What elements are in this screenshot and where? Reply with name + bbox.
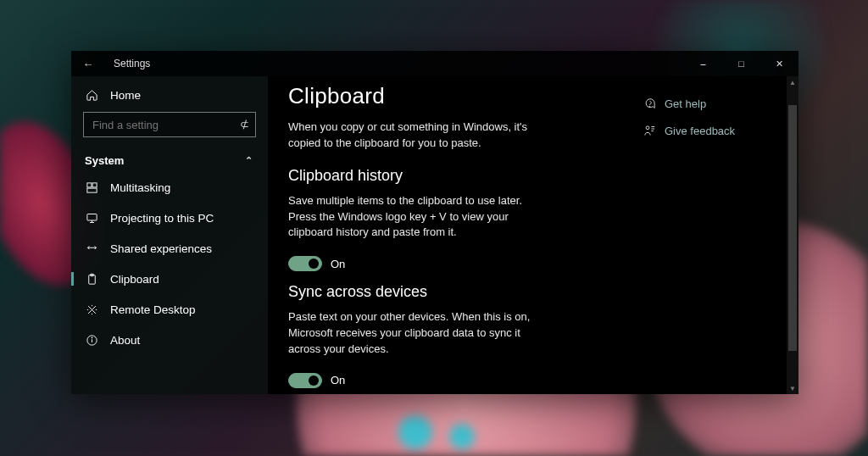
aside-get-help[interactable]: Get help <box>637 93 788 120</box>
svg-point-7 <box>92 336 92 337</box>
svg-rect-3 <box>86 214 96 220</box>
svg-rect-1 <box>92 182 97 186</box>
content-area: Clipboard When you copy or cut something… <box>268 76 798 394</box>
scrollbar-vertical[interactable]: ▲ ▼ <box>787 76 798 394</box>
app-title: Settings <box>114 58 150 70</box>
sidebar: Home ⊄ System ⌃ MultitaskingProjecting t… <box>71 76 268 394</box>
sidebar-item-label: Clipboard <box>110 273 159 286</box>
svg-point-9 <box>646 125 649 129</box>
close-icon: ✕ <box>776 58 783 70</box>
project-icon <box>85 211 98 225</box>
maximize-button[interactable]: □ <box>722 51 760 76</box>
sidebar-item-about[interactable]: About <box>71 325 268 355</box>
sidebar-item-multitask[interactable]: Multitasking <box>71 172 268 203</box>
toggle-sync-devices[interactable] <box>288 373 322 388</box>
sidebar-item-clipboard[interactable]: Clipboard <box>71 264 268 294</box>
page-title: Clipboard <box>288 83 617 109</box>
svg-point-8 <box>649 106 650 107</box>
main-pane: Clipboard When you copy or cut something… <box>268 76 637 394</box>
multitask-icon <box>85 181 98 194</box>
search-input[interactable] <box>83 112 256 137</box>
remote-icon <box>85 303 98 316</box>
arrow-left-icon: ← <box>83 58 94 70</box>
aside-pane: Get help Give feedback <box>637 76 798 394</box>
sidebar-item-label: Multitasking <box>110 181 170 194</box>
aside-label: Get help <box>665 97 706 110</box>
sidebar-item-label: Projecting to this PC <box>110 212 214 225</box>
sidebar-item-project[interactable]: Projecting to this PC <box>71 203 268 233</box>
close-button[interactable]: ✕ <box>760 51 798 76</box>
section-desc-history: Save multiple items to the clipboard to … <box>288 193 551 242</box>
clipboard-icon <box>85 272 98 286</box>
minimize-button[interactable]: ‒ <box>684 51 722 76</box>
sidebar-item-label: About <box>110 334 140 347</box>
toggle-clipboard-history[interactable] <box>288 256 322 271</box>
aside-give-feedback[interactable]: Give feedback <box>637 120 788 147</box>
sidebar-item-label: Shared experiences <box>110 242 212 255</box>
svg-rect-2 <box>86 188 96 192</box>
section-heading-sync: Sync across devices <box>288 283 617 301</box>
minimize-icon: ‒ <box>700 58 706 70</box>
back-button[interactable]: ← <box>75 51 102 76</box>
chevron-up-icon: ⌃ <box>245 155 253 166</box>
sidebar-section-label: System <box>85 154 124 167</box>
section-desc-sync: Paste text on your other devices. When t… <box>288 309 551 358</box>
about-icon <box>85 333 98 347</box>
page-intro: When you copy or cut something in Window… <box>288 120 551 152</box>
toggle-label-sync: On <box>331 374 345 386</box>
settings-window: ← Settings ‒ □ ✕ Home <box>71 51 798 394</box>
sidebar-item-label: Remote Desktop <box>110 303 196 316</box>
svg-rect-0 <box>86 182 91 186</box>
scrollbar-thumb[interactable] <box>788 105 797 351</box>
help-icon <box>643 97 656 110</box>
toggle-label-history: On <box>331 258 345 270</box>
section-heading-history: Clipboard history <box>288 167 617 185</box>
share-icon <box>85 242 98 255</box>
scroll-up-icon[interactable]: ▲ <box>787 76 798 88</box>
sidebar-item-label: Home <box>110 89 141 102</box>
home-icon <box>85 88 98 102</box>
aside-label: Give feedback <box>665 125 735 137</box>
sidebar-section-header[interactable]: System ⌃ <box>71 146 268 172</box>
sidebar-item-remote[interactable]: Remote Desktop <box>71 294 268 325</box>
sidebar-item-share[interactable]: Shared experiences <box>71 233 268 264</box>
titlebar: ← Settings ‒ □ ✕ <box>71 51 798 76</box>
maximize-icon: □ <box>738 58 744 69</box>
sidebar-item-home[interactable]: Home <box>71 80 268 110</box>
scroll-down-icon[interactable]: ▼ <box>787 382 798 394</box>
feedback-icon <box>643 124 656 137</box>
